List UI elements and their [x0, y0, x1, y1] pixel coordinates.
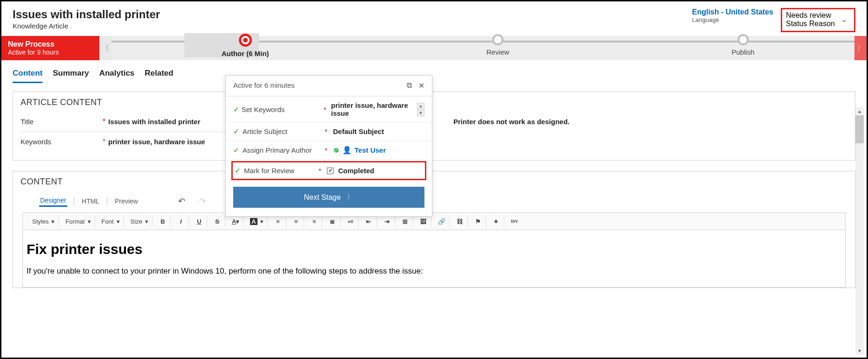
- align-left-icon[interactable]: ≡: [271, 216, 286, 227]
- process-stage-bar: Author (6 Min) Review Publish: [111, 36, 854, 60]
- status-value: Needs review: [786, 11, 835, 20]
- undo-icon[interactable]: ↶: [178, 196, 185, 206]
- stage-publish[interactable]: Publish: [731, 34, 754, 56]
- check-icon: ✓: [235, 166, 244, 175]
- italic-icon[interactable]: I: [174, 216, 189, 227]
- description-field[interactable]: Description * Printer does not work as d…: [366, 112, 847, 132]
- status-reason-box[interactable]: Needs review Status Reason ⌄: [781, 8, 855, 32]
- process-duration: Active for 9 hours: [8, 49, 93, 56]
- bullet-list-icon[interactable]: •≡: [343, 216, 359, 227]
- table-icon[interactable]: ⊞: [398, 216, 413, 227]
- indent-icon[interactable]: ⇥: [380, 216, 395, 227]
- status-label: Status Reason: [786, 20, 835, 28]
- scroll-buttons[interactable]: ▲▼: [417, 103, 424, 116]
- content-editor-section: CONTENT Designer HTML Preview ↶ ↷ Styles…: [13, 171, 855, 288]
- underline-icon[interactable]: U: [192, 216, 207, 227]
- article-content-section: ARTICLE CONTENT Title * Issues with inst…: [13, 92, 855, 161]
- vertical-scrollbar[interactable]: ▲ ▼: [855, 107, 864, 355]
- format-dropdown[interactable]: Format▾: [62, 216, 95, 227]
- check-icon: ✓: [233, 146, 243, 155]
- stage-flyout: Active for 6 minutes ⧉ ✕ ✓ Set Keywords …: [225, 75, 432, 217]
- close-icon[interactable]: ✕: [418, 81, 424, 90]
- strike-icon[interactable]: S: [210, 216, 225, 227]
- font-dropdown[interactable]: Font▾: [98, 216, 124, 227]
- align-center-icon[interactable]: ≡: [289, 216, 304, 227]
- chevron-right-icon: 〉: [347, 192, 354, 202]
- popup-row-subject[interactable]: ✓ Article Subject * Default Subject: [226, 122, 432, 141]
- editor-tab-designer[interactable]: Designer: [39, 195, 67, 207]
- person-icon: 👤: [342, 146, 352, 155]
- editor-tab-html[interactable]: HTML: [81, 196, 100, 206]
- popup-row-review[interactable]: ✓ Mark for Review * ✓ Completed: [231, 161, 426, 180]
- textcolor-icon[interactable]: A▾: [228, 216, 243, 227]
- flag-icon[interactable]: ⚑: [471, 216, 486, 227]
- next-stage-button[interactable]: Next Stage〉: [233, 187, 424, 208]
- bgcolor-icon[interactable]: A▾: [246, 216, 268, 227]
- content-paragraph: If you're unable to connect to your prin…: [27, 267, 841, 276]
- editor-tab-preview[interactable]: Preview: [114, 196, 139, 206]
- process-info[interactable]: New Process Active for 9 hours: [1, 36, 99, 60]
- popup-row-keywords[interactable]: ✓ Set Keywords * printer issue, hardware…: [226, 96, 432, 122]
- presence-icon: ✓: [333, 147, 340, 154]
- language-value[interactable]: English - United States: [692, 8, 773, 16]
- stage-review[interactable]: Review: [486, 34, 509, 56]
- process-name: New Process: [8, 40, 93, 49]
- check-icon: ✓: [233, 127, 243, 136]
- stage-author[interactable]: Author (6 Min): [222, 34, 269, 57]
- unlink-icon[interactable]: ⛓: [452, 216, 468, 227]
- size-dropdown[interactable]: Size▾: [127, 216, 153, 227]
- editor-body[interactable]: Fix printer issues If you're unable to c…: [22, 230, 846, 288]
- process-prev-button[interactable]: 〈: [99, 36, 111, 60]
- styles-dropdown[interactable]: Styles▾: [28, 216, 59, 227]
- outdent-icon[interactable]: ⇤: [361, 216, 377, 227]
- checkbox-icon[interactable]: ✓: [327, 168, 333, 174]
- tab-content[interactable]: Content: [13, 67, 42, 83]
- content-heading: Fix printer issues: [27, 241, 841, 257]
- numbered-list-icon[interactable]: ≣: [325, 216, 340, 227]
- check-icon: ✓: [233, 105, 242, 114]
- redo-icon[interactable]: ↷: [199, 196, 206, 206]
- div-icon[interactable]: DIV: [507, 216, 522, 227]
- section-title: ARTICLE CONTENT: [21, 98, 847, 107]
- page-title: Issues with installed printer: [13, 8, 160, 21]
- link-icon[interactable]: 🔗: [434, 216, 450, 227]
- tab-related[interactable]: Related: [145, 67, 173, 83]
- process-next-button[interactable]: 〉: [854, 36, 867, 60]
- entity-type: Knowledge Article: [13, 22, 160, 30]
- editor-toolbar: Styles▾ Format▾ Font▾ Size▾ B I U S A▾ A…: [22, 212, 846, 230]
- image-icon[interactable]: 🖼: [416, 216, 431, 227]
- align-right-icon[interactable]: ≡: [307, 216, 322, 227]
- required-icon: *: [100, 118, 108, 126]
- popup-duration: Active for 6 minutes: [233, 81, 295, 90]
- popout-icon[interactable]: ⧉: [407, 81, 412, 90]
- chevron-down-icon[interactable]: ⌄: [841, 16, 847, 23]
- language-label: Language: [692, 16, 773, 23]
- bold-icon[interactable]: B: [155, 216, 171, 227]
- tab-summary[interactable]: Summary: [53, 67, 89, 83]
- tab-analytics[interactable]: Analytics: [99, 67, 135, 83]
- popup-row-author[interactable]: ✓ Assign Primary Author * ✓ 👤 Test User: [226, 141, 432, 159]
- required-icon: *: [100, 138, 108, 146]
- sparkle-icon[interactable]: ✦: [489, 216, 504, 227]
